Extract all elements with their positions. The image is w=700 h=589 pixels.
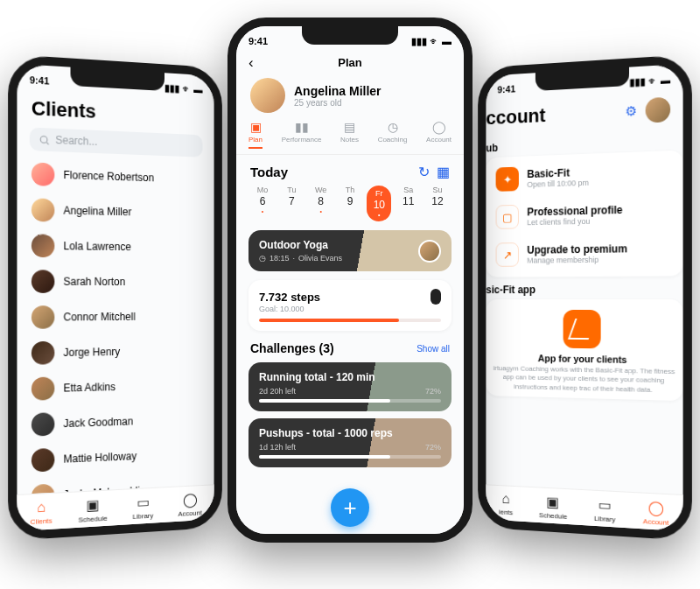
notch — [302, 25, 398, 45]
battery-icon: ▬ — [193, 84, 202, 95]
tab-label: Account — [426, 136, 452, 144]
event-coach: Olivia Evans — [298, 254, 342, 263]
history-icon[interactable]: ↻ — [418, 164, 430, 180]
challenge-card[interactable]: Pushups - total - 1000 reps 1d 12h left7… — [248, 418, 452, 467]
status-time: 9:41 — [248, 36, 268, 46]
tab-label: Account — [178, 508, 202, 517]
client-item[interactable]: Etta Adkins — [17, 368, 214, 407]
progress-bar — [259, 399, 441, 403]
svg-point-0 — [40, 136, 47, 143]
challenge-card[interactable]: Running total - 120 min 2d 20h left72% — [248, 362, 452, 411]
club-logo-icon: ✦ — [496, 167, 519, 192]
tab-label: ients — [499, 508, 513, 516]
progress-bar — [259, 319, 441, 322]
day-cell[interactable]: Fr10• — [367, 186, 391, 221]
client-name: Angelina Miller — [63, 204, 131, 218]
search-placeholder: Search... — [55, 134, 97, 148]
search-icon — [38, 134, 50, 146]
day-cell[interactable]: Su12 — [425, 186, 450, 221]
day-number: 7 — [289, 195, 295, 207]
wifi-icon: ᯤ — [430, 36, 439, 46]
progress-bar — [259, 455, 441, 459]
account-card-club: ✦ Basic-FitOpen till 10:00 pm ▢ Professi… — [486, 151, 682, 277]
calendar-add-icon[interactable]: ▦ — [437, 164, 450, 180]
calendar-icon: ▣ — [87, 496, 100, 514]
avatar — [418, 240, 441, 263]
account-item-upgrade[interactable]: ↗ Upgrade to premiumManage membership — [494, 233, 675, 273]
day-cell[interactable]: Mo6• — [250, 186, 275, 221]
event-time: 18:15 — [270, 254, 290, 263]
bar-chart-icon: ▮▮ — [295, 120, 309, 134]
day-of-week: Tu — [287, 186, 296, 194]
back-button[interactable]: ‹ — [248, 54, 254, 72]
wifi-icon: ᯤ — [648, 75, 658, 87]
client-item[interactable]: Angelina Miller — [17, 192, 214, 231]
tab-plan[interactable]: ▣Plan — [248, 120, 262, 149]
tab-schedule[interactable]: ▣Schedule — [539, 493, 567, 521]
tab-performance[interactable]: ▮▮Performance — [282, 120, 322, 149]
gear-icon[interactable]: ⚙ — [625, 103, 636, 120]
progress-fill — [259, 319, 399, 322]
week-strip[interactable]: Mo6•Tu7 We8•Th9 Fr10•Sa11 Su12 — [236, 182, 464, 227]
item-title: Professional profile — [527, 204, 622, 219]
day-number: 8 — [318, 195, 324, 207]
tab-library[interactable]: ▭Library — [594, 496, 615, 524]
day-of-week: Mo — [257, 186, 269, 194]
tab-library[interactable]: ▭Library — [133, 494, 154, 521]
day-cell[interactable]: We8• — [309, 186, 333, 221]
account-item-profile[interactable]: ▢ Professional profileLet clients find y… — [494, 193, 675, 236]
avatar — [32, 341, 54, 365]
account-item-club[interactable]: ✦ Basic-FitOpen till 10:00 pm — [494, 154, 675, 199]
avatar — [32, 412, 54, 436]
cellular-icon: ▮▮▮ — [411, 36, 427, 47]
day-cell[interactable]: Th9 — [338, 186, 362, 221]
avatar — [32, 270, 54, 293]
client-item[interactable]: Lola Lawrence — [17, 228, 214, 265]
challenges-heading: Challenges (3) — [250, 341, 334, 355]
tab-notes[interactable]: ▤Notes — [340, 120, 359, 149]
battery-icon: ▬ — [442, 36, 452, 46]
steps-goal: Goal: 10.000 — [259, 305, 441, 313]
page-title: Plan — [338, 56, 361, 69]
tracker-icon — [430, 289, 441, 305]
client-item[interactable]: Jorge Henry — [17, 333, 214, 371]
app-logo-icon — [564, 310, 601, 348]
client-name: Etta Adkins — [63, 381, 116, 395]
profile-header[interactable]: Angelina Miller 25 years old — [236, 73, 464, 120]
day-dot-icon: • — [262, 208, 263, 214]
day-of-week: Sa — [403, 186, 413, 194]
day-number: 6 — [260, 195, 266, 207]
steps-card[interactable]: 7.732 steps Goal: 10.000 — [248, 280, 452, 331]
client-item[interactable]: Sarah Norton — [17, 263, 214, 299]
wifi-icon: ᯤ — [182, 83, 191, 94]
tab-account[interactable]: ◯Account — [178, 491, 202, 518]
client-list[interactable]: Florence Robertson Angelina Miller Lola … — [17, 156, 214, 494]
rocket-icon: ↗ — [496, 242, 519, 267]
clock-icon: ◷ — [259, 254, 266, 263]
challenge-time-left: 2d 20h left — [259, 387, 296, 396]
inner-tabs: ▣Plan ▮▮Performance ▤Notes ◷Coaching ◯Ac… — [236, 120, 464, 155]
tab-account[interactable]: ◯Account — [643, 499, 668, 527]
show-all-link[interactable]: Show all — [416, 344, 450, 354]
tab-coaching[interactable]: ◷Coaching — [378, 120, 408, 149]
day-cell[interactable]: Tu7 — [279, 186, 304, 221]
person-icon: ◯ — [432, 120, 446, 134]
tab-clients[interactable]: ⌂Clients — [31, 499, 52, 527]
tab-label: Library — [594, 515, 615, 523]
clipboard-icon: ▣ — [250, 120, 262, 134]
phone-right-account: 9:41 ▮▮▮ ᯤ ▬ ccount ⚙ ub ✦ Basic-FitOpen… — [478, 54, 692, 541]
client-item[interactable]: Florence Robertson — [17, 156, 214, 197]
event-card[interactable]: Outdoor Yoga ◷ 18:15 · Olivia Evans — [248, 230, 452, 271]
day-cell[interactable]: Sa11 — [396, 186, 421, 221]
day-dot-icon — [408, 208, 410, 214]
challenge-title: Pushups - total - 1000 reps — [259, 427, 441, 439]
tab-clients[interactable]: ⌂ients — [499, 491, 513, 517]
tab-schedule[interactable]: ▣Schedule — [79, 496, 108, 524]
tab-account[interactable]: ◯Account — [426, 120, 452, 149]
fab-add-button[interactable]: + — [331, 488, 369, 527]
client-item[interactable]: Connor Mitchell — [17, 299, 214, 335]
avatar — [32, 198, 54, 221]
tab-label: Schedule — [79, 515, 108, 524]
avatar[interactable] — [646, 97, 671, 123]
tab-label: Performance — [282, 136, 322, 144]
